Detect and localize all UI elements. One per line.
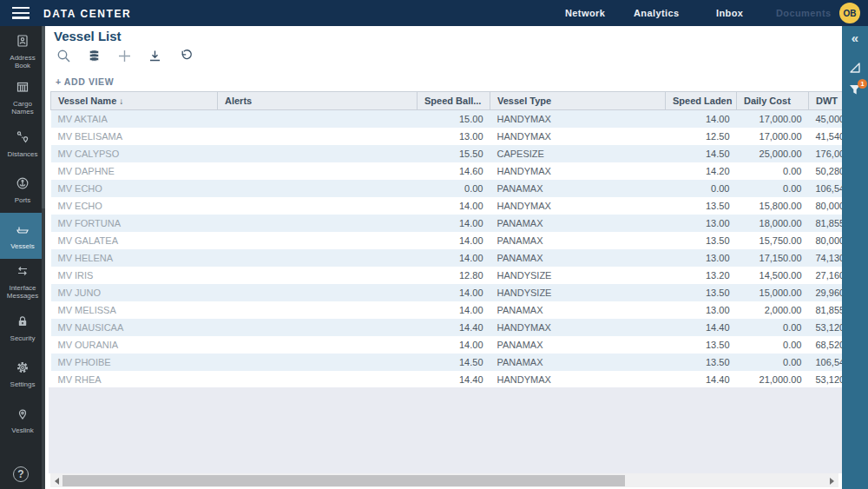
undo-button[interactable]	[177, 48, 193, 63]
cell-name[interactable]: MV ECHO	[51, 197, 218, 215]
cell-vessel_type[interactable]: HANDYMAX	[490, 371, 666, 388]
col-header-speed-ballast[interactable]: Speed Ball...	[418, 92, 490, 110]
cell-daily_cost[interactable]: 25,000.00	[737, 145, 809, 162]
cell-daily_cost[interactable]: 0.00	[737, 354, 809, 371]
cell-alerts[interactable]	[218, 249, 418, 267]
nav-documents[interactable]: Documents	[776, 8, 832, 18]
table-row[interactable]: MV HELENA14.00PANAMAX13.0017,150.0074,13…	[51, 249, 843, 267]
cell-name[interactable]: MV AKTAIA	[51, 110, 218, 128]
cell-speed_laden[interactable]: 14.00	[666, 110, 737, 128]
filter-button[interactable]: 1	[842, 83, 868, 100]
cell-speed_ballast[interactable]: 14.00	[418, 301, 490, 319]
table-row[interactable]: MV MELISSA14.00PANAMAX13.002,000.0081,85…	[51, 301, 843, 319]
cell-dwt[interactable]: 106,540.00	[809, 180, 843, 197]
cell-dwt[interactable]: 176,000.00	[809, 145, 843, 162]
cell-daily_cost[interactable]: 15,750.00	[737, 232, 809, 249]
col-header-dwt[interactable]: DWT	[809, 92, 843, 110]
cell-daily_cost[interactable]: 0.00	[737, 336, 809, 354]
cell-dwt[interactable]: 106,540.00	[809, 354, 843, 371]
col-header-vessel-type[interactable]: Vessel Type	[490, 92, 666, 110]
sidebar-item-distances[interactable]: Distances	[0, 121, 45, 167]
cell-name[interactable]: MV IRIS	[51, 267, 218, 284]
table-row[interactable]: MV FORTUNA14.00PANAMAX13.0018,000.0081,8…	[51, 215, 843, 232]
cell-speed_laden[interactable]: 13.50	[666, 354, 737, 371]
table-row[interactable]: MV CALYPSO15.50CAPESIZE14.5025,000.00176…	[51, 145, 843, 162]
cell-vessel_type[interactable]: HANDYMAX	[490, 162, 666, 180]
cell-name[interactable]: MV JUNO	[51, 284, 218, 301]
table-row[interactable]: MV GALATEA14.00PANAMAX13.5015,750.0080,0…	[51, 232, 843, 249]
add-button[interactable]	[116, 48, 132, 63]
cell-speed_ballast[interactable]: 14.00	[418, 232, 490, 249]
scrollbar-thumb[interactable]	[62, 475, 625, 486]
scroll-left-arrow-icon[interactable]	[55, 478, 59, 485]
cell-vessel_type[interactable]: PANAMAX	[490, 249, 666, 267]
table-row[interactable]: MV RHEA14.40HANDYMAX14.4021,000.0053,120…	[51, 371, 843, 388]
cell-daily_cost[interactable]: 2,000.00	[737, 301, 809, 319]
cell-dwt[interactable]: 53,120.00	[809, 371, 843, 388]
cell-speed_ballast[interactable]: 14.40	[418, 319, 490, 336]
cell-speed_laden[interactable]: 13.20	[666, 267, 737, 284]
sidebar-item-interface-messages[interactable]: Interface Messages	[0, 259, 45, 305]
user-avatar[interactable]: OB	[839, 3, 860, 23]
cell-vessel_type[interactable]: CAPESIZE	[490, 145, 666, 162]
download-button[interactable]	[147, 48, 162, 63]
cell-alerts[interactable]	[218, 197, 418, 215]
cell-speed_laden[interactable]: 12.50	[666, 128, 737, 145]
cell-vessel_type[interactable]: PANAMAX	[490, 232, 666, 249]
cell-daily_cost[interactable]: 15,800.00	[737, 197, 809, 215]
cell-vessel_type[interactable]: PANAMAX	[490, 215, 666, 232]
cell-speed_ballast[interactable]: 0.00	[418, 180, 490, 197]
cell-daily_cost[interactable]: 17,150.00	[737, 249, 809, 267]
cell-dwt[interactable]: 45,000.00	[809, 110, 843, 128]
cell-speed_ballast[interactable]: 14.40	[418, 371, 490, 388]
cell-speed_laden[interactable]: 13.00	[666, 301, 737, 319]
cell-speed_ballast[interactable]: 14.00	[418, 215, 490, 232]
sidebar-item-cargo-names[interactable]: Cargo Names	[0, 75, 45, 121]
cell-daily_cost[interactable]: 0.00	[737, 319, 809, 336]
cell-dwt[interactable]: 27,160.00	[809, 267, 843, 284]
cell-vessel_type[interactable]: HANDYSIZE	[490, 267, 666, 284]
collapse-panel-icon[interactable]: «	[842, 30, 868, 45]
cell-speed_laden[interactable]: 13.50	[666, 284, 737, 301]
hamburger-menu-icon[interactable]	[12, 7, 30, 19]
table-row[interactable]: MV BELISAMA13.00HANDYMAX12.5017,000.0041…	[51, 128, 843, 145]
cell-name[interactable]: MV CALYPSO	[51, 145, 218, 162]
help-button[interactable]: ?	[0, 466, 42, 482]
cell-alerts[interactable]	[218, 145, 418, 162]
cell-alerts[interactable]	[218, 371, 418, 388]
sidebar-scrollbar[interactable]	[42, 26, 45, 489]
cell-name[interactable]: MV ECHO	[51, 180, 218, 197]
cell-name[interactable]: MV PHOIBE	[51, 354, 218, 371]
table-row[interactable]: MV JUNO14.00HANDYSIZE13.5015,000.0029,96…	[51, 284, 843, 301]
col-header-alerts[interactable]: Alerts	[218, 92, 418, 110]
cell-vessel_type[interactable]: HANDYSIZE	[490, 284, 666, 301]
sidebar-item-address-book[interactable]: Address Book	[0, 29, 45, 75]
col-header-vessel-name[interactable]: Vessel Name↓	[51, 92, 218, 110]
cell-daily_cost[interactable]: 17,000.00	[737, 128, 809, 145]
cell-speed_laden[interactable]: 14.40	[666, 319, 737, 336]
cell-dwt[interactable]: 80,000.00	[809, 197, 843, 215]
sidebar-item-settings[interactable]: Settings	[0, 351, 45, 397]
cell-speed_laden[interactable]: 13.50	[666, 336, 737, 354]
cell-dwt[interactable]: 68,520.00	[809, 336, 843, 354]
cell-speed_laden[interactable]: 0.00	[666, 180, 737, 197]
cell-vessel_type[interactable]: HANDYMAX	[490, 319, 666, 336]
cell-speed_ballast[interactable]: 13.00	[418, 128, 490, 145]
cell-dwt[interactable]: 41,540.00	[809, 128, 843, 145]
cell-vessel_type[interactable]: PANAMAX	[490, 180, 666, 197]
cell-vessel_type[interactable]: PANAMAX	[490, 336, 666, 354]
cell-alerts[interactable]	[218, 354, 418, 371]
cell-daily_cost[interactable]: 14,500.00	[737, 267, 809, 284]
pointer-tool-icon[interactable]	[842, 61, 868, 75]
scroll-right-arrow-icon[interactable]	[830, 478, 834, 485]
cell-speed_ballast[interactable]: 14.50	[418, 354, 490, 371]
cell-speed_laden[interactable]: 14.40	[666, 371, 737, 388]
cell-speed_ballast[interactable]: 12.80	[418, 267, 490, 284]
cell-alerts[interactable]	[218, 215, 418, 232]
cell-speed_ballast[interactable]: 14.00	[418, 336, 490, 354]
cell-daily_cost[interactable]: 0.00	[737, 162, 809, 180]
cell-alerts[interactable]	[218, 128, 418, 145]
nav-analytics[interactable]: Analytics	[634, 8, 680, 18]
nav-network[interactable]: Network	[565, 8, 605, 18]
cell-daily_cost[interactable]: 18,000.00	[737, 215, 809, 232]
